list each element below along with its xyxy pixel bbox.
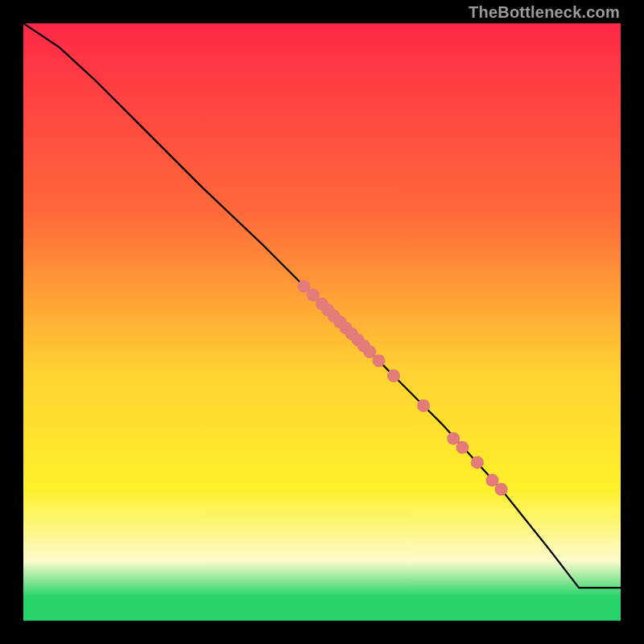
gradient-background [23,23,621,621]
data-point [387,369,400,382]
data-point [373,354,386,367]
data-point [456,441,469,454]
chart-panel [23,23,621,621]
data-point [471,456,484,469]
chart-svg [23,23,621,621]
data-point [417,399,430,412]
watermark-text: TheBottleneck.com [469,3,620,22]
data-point [495,483,508,496]
